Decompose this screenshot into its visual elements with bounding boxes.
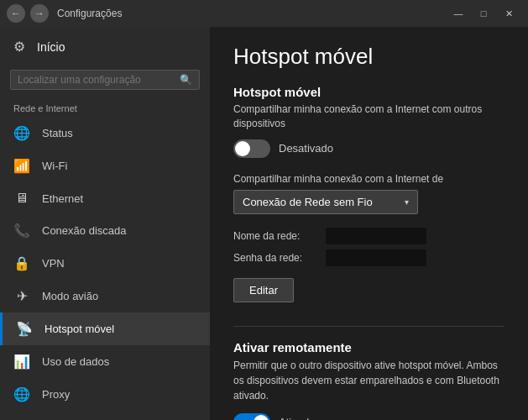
- sidebar-item-wifi[interactable]: 📶 Wi-Fi: [0, 150, 210, 182]
- aviao-icon: ✈: [13, 288, 30, 304]
- main-content: Hotspot móvel Hotspot móvel Compartilhar…: [210, 27, 528, 420]
- discada-icon: 📞: [13, 223, 30, 239]
- dados-icon: 📊: [13, 354, 30, 370]
- back-button[interactable]: ←: [7, 4, 25, 23]
- network-name-label: Nome da rede:: [233, 230, 317, 242]
- dropdown-value: Conexão de Rede sem Fio: [243, 196, 373, 208]
- vpn-icon: 🔒: [13, 255, 30, 271]
- hotspot-section-title: Hotspot móvel: [233, 85, 504, 99]
- edit-button[interactable]: Editar: [233, 278, 294, 302]
- sidebar: ⚙ Início 🔍 Rede e Internet 🌐 Status 📶 Wi…: [0, 27, 210, 420]
- sidebar-item-label: Modo avião: [42, 290, 98, 302]
- share-label: Compartilhar minha conexão com a Interne…: [233, 173, 504, 185]
- network-name-value: [326, 228, 426, 244]
- maximize-button[interactable]: □: [471, 0, 496, 27]
- sidebar-item-label: Wi-Fi: [42, 160, 67, 172]
- network-password-row: Senha da rede:: [233, 249, 504, 266]
- connection-dropdown[interactable]: Conexão de Rede sem Fio ▾: [233, 190, 418, 214]
- sidebar-item-label: Conexão discada: [42, 224, 126, 237]
- sidebar-item-label: Proxy: [42, 388, 70, 401]
- remote-section-desc: Permitir que o outro dispositivo ative h…: [233, 358, 504, 403]
- sidebar-item-uso-de-dados[interactable]: 📊 Uso de dados: [0, 345, 210, 378]
- home-icon: ⚙: [13, 39, 25, 55]
- sidebar-item-label: Ethernet: [42, 192, 83, 205]
- sidebar-item-vpn[interactable]: 🔒 VPN: [0, 247, 210, 280]
- hotspot-toggle-row: Desativado: [233, 139, 504, 158]
- back-icon: ←: [11, 8, 21, 19]
- search-icon: 🔍: [180, 74, 192, 86]
- sidebar-item-label: Hotspot móvel: [44, 323, 114, 335]
- sidebar-item-ethernet[interactable]: 🖥 Ethernet: [0, 182, 210, 214]
- sidebar-section-title: Rede e Internet: [0, 98, 210, 117]
- hotspot-section-desc: Compartilhar minha conexão com a Interne…: [233, 102, 504, 131]
- remote-toggle-knob: [254, 415, 269, 420]
- network-info: Nome da rede: Senha da rede:: [233, 228, 504, 266]
- forward-icon: →: [34, 8, 44, 19]
- window-controls: — □ ✕: [446, 0, 521, 27]
- network-password-label: Senha da rede:: [233, 252, 317, 264]
- sidebar-item-conexao-discada[interactable]: 📞 Conexão discada: [0, 214, 210, 247]
- ethernet-icon: 🖥: [13, 191, 30, 206]
- network-password-value: [326, 249, 426, 266]
- page-title: Hotspot móvel: [233, 44, 504, 70]
- hotspot-toggle[interactable]: [233, 139, 270, 158]
- section-divider: [233, 326, 504, 327]
- hotspot-toggle-label: Desativado: [279, 142, 333, 155]
- app-body: ⚙ Início 🔍 Rede e Internet 🌐 Status 📶 Wi…: [0, 27, 528, 420]
- remote-toggle-row: Ativado: [233, 413, 504, 420]
- titlebar-nav-buttons: ← →: [7, 4, 49, 23]
- search-box[interactable]: 🔍: [10, 70, 200, 90]
- forward-button[interactable]: →: [30, 4, 49, 23]
- toggle-knob: [235, 141, 250, 156]
- titlebar: ← → Configurações — □ ✕: [0, 0, 528, 27]
- sidebar-item-label: Uso de dados: [42, 355, 109, 368]
- proxy-icon: 🌐: [13, 386, 30, 402]
- window-title: Configurações: [57, 8, 446, 19]
- sidebar-item-hotspot-movel[interactable]: 📡 Hotspot móvel: [0, 312, 210, 345]
- minimize-button[interactable]: —: [446, 0, 471, 27]
- chevron-down-icon: ▾: [405, 197, 409, 207]
- sidebar-item-home[interactable]: ⚙ Início: [0, 27, 210, 66]
- sidebar-item-label: VPN: [42, 257, 65, 270]
- close-button[interactable]: ✕: [496, 0, 521, 27]
- wifi-icon: 📶: [13, 158, 30, 174]
- home-label: Início: [37, 40, 65, 54]
- hotspot-icon: 📡: [16, 321, 33, 337]
- remote-toggle[interactable]: [233, 413, 270, 420]
- remote-section-title: Ativar remotamente: [233, 340, 504, 354]
- remote-toggle-label: Ativado: [279, 416, 315, 420]
- search-input[interactable]: [18, 74, 180, 86]
- sidebar-item-label: Status: [42, 127, 73, 139]
- sidebar-item-proxy[interactable]: 🌐 Proxy: [0, 378, 210, 411]
- network-name-row: Nome da rede:: [233, 228, 504, 244]
- status-icon: 🌐: [13, 125, 30, 141]
- sidebar-item-modo-aviao[interactable]: ✈ Modo avião: [0, 280, 210, 312]
- sidebar-item-status[interactable]: 🌐 Status: [0, 117, 210, 150]
